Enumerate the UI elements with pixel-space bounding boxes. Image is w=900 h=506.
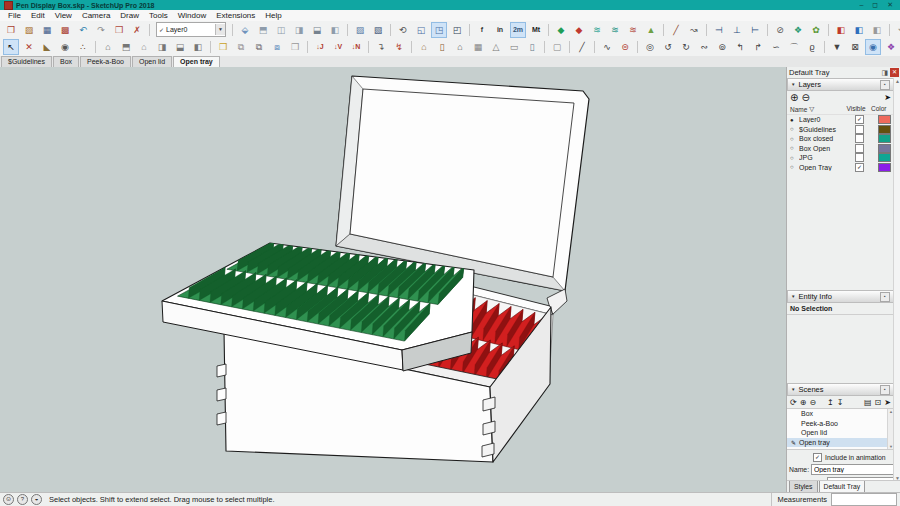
ext-import-stl-icon[interactable]: ◆ [553,22,569,38]
close-button[interactable]: ✕ [887,0,893,10]
drop-normal-icon[interactable]: ↓N [348,39,364,55]
view-front-house-icon[interactable]: ⌂ [136,39,152,55]
update-scene-icon[interactable]: ⟳ [790,398,797,407]
leaf-icon[interactable]: ✿ [808,22,824,38]
layer-row[interactable]: ○Open Tray✓ [787,163,894,173]
layer-details-button[interactable]: ➤ [884,93,891,102]
entity-info-section-header[interactable]: ▼ Entity Info ▪ [787,290,894,303]
no-entry-icon[interactable]: ⊘ [772,22,788,38]
layer-visible-checkbox[interactable]: ✓ [855,163,864,172]
ext-layers-h-icon[interactable]: ≋ [625,22,641,38]
paste-icon[interactable]: ❒ [111,22,127,38]
remove-scene-icon[interactable]: ⊖ [809,398,816,407]
menu-view[interactable]: View [50,11,77,20]
layer-color-swatch[interactable] [878,134,891,143]
scene-tab--guidelines[interactable]: $Guidelines [1,56,52,67]
erase-icon[interactable]: ✗ [129,22,145,38]
top-view-icon[interactable]: ⬒ [255,22,271,38]
redo-icon[interactable]: ↷ [93,22,109,38]
view-left-house-icon[interactable]: ◧ [190,39,206,55]
arc-ccw-icon[interactable]: ↺ [660,39,676,55]
hook-tool-icon[interactable]: ↴ [373,39,389,55]
show-thumbnails-icon[interactable]: ⊡ [875,398,882,407]
radio-icon[interactable]: ○ [790,155,799,161]
ext-layers-a-icon[interactable]: ≋ [589,22,605,38]
back-view-icon[interactable]: ⬓ [309,22,325,38]
wave-tool-icon[interactable]: ∽ [768,39,784,55]
layer-color-swatch[interactable] [878,125,891,134]
iso-view-icon[interactable]: ⬙ [237,22,253,38]
align-left-icon[interactable]: ⊣ [711,22,727,38]
scene-list-item[interactable]: Box [787,409,894,419]
view-right-house-icon[interactable]: ◨ [154,39,170,55]
layer-row[interactable]: ○$Guidelines [787,125,894,135]
home-icon[interactable]: ⌂ [452,39,468,55]
align-right-icon[interactable]: ⊢ [747,22,763,38]
spiral-2-icon[interactable]: ⊚ [714,39,730,55]
move-scene-up-icon[interactable]: ↥ [827,398,834,407]
ext-export-stl-icon[interactable]: ◆ [571,22,587,38]
revert-icon[interactable]: ⟲ [894,22,900,38]
new-icon[interactable]: ❐ [3,22,19,38]
scene-list-item[interactable]: Peek-a-Boo [787,419,894,429]
menu-file[interactable]: File [3,11,26,20]
scene-tab-peek-a-boo[interactable]: Peek-a-Boo [80,56,131,67]
chevron-down-icon[interactable]: ▼ [215,24,225,35]
model-canvas[interactable] [0,67,786,493]
ext-f-icon[interactable]: f [474,22,490,38]
scene-tab-open-tray[interactable]: Open tray [173,56,220,67]
look-around-icon[interactable]: ◉ [57,39,73,55]
filter-icon[interactable]: ▽ [809,105,814,113]
layer-visible-checkbox[interactable] [855,153,864,162]
lightning-hook-icon[interactable]: ↯ [391,39,407,55]
drop-vertex-icon[interactable]: ↓V [330,39,346,55]
panel-close-button[interactable]: ✕ [890,68,899,77]
language-globe-icon[interactable]: ◒ [31,494,42,505]
spiral-tool-icon[interactable]: ◎ [642,39,658,55]
entity-info-options-icon[interactable]: ▪ [880,292,890,302]
styles-grapes-icon[interactable]: ❖ [883,39,899,55]
paint-bucket-icon[interactable]: ◣ [39,39,55,55]
layers-options-icon[interactable]: ▪ [880,80,890,90]
maximize-button[interactable]: ◻ [872,0,878,10]
orbit-icon[interactable]: ⟲ [395,22,411,38]
layer-color-swatch[interactable] [878,163,891,172]
layer-dropdown[interactable]: ✓Layer0▼ [156,22,226,37]
scene-tab-box[interactable]: Box [53,56,79,67]
back-edges-mode-icon[interactable]: ▧ [370,22,386,38]
drawer-icon[interactable]: ▭ [506,39,522,55]
visibility-eye-icon[interactable]: ◉ [865,39,881,55]
layer-row[interactable]: ○JPG [787,153,894,163]
left-view-icon[interactable]: ◧ [327,22,343,38]
save-icon[interactable]: ▦ [39,22,55,38]
ext-2m-icon[interactable]: 2m [510,22,526,38]
scene-tab-open-lid[interactable]: Open lid [132,56,172,67]
pencil-tool-icon[interactable]: ╱ [668,22,684,38]
component-blue-icon[interactable]: ◧ [851,22,867,38]
grid-house-icon[interactable]: ▦ [470,39,486,55]
ext-mt-icon[interactable]: Mt [528,22,544,38]
scene-list-item[interactable]: Open lid [787,428,894,438]
layer-visible-checkbox[interactable] [855,125,864,134]
credits-help-icon[interactable]: ? [17,494,28,505]
house-add-icon[interactable]: ⌂ [416,39,432,55]
arc-segment-icon[interactable]: ⌒ [786,39,802,55]
panel-scrollbar[interactable]: ▲ ▼ [893,78,900,481]
page-blank-icon[interactable]: ▢ [549,39,565,55]
drop-jig-icon[interactable]: ↓J [312,39,328,55]
menu-help[interactable]: Help [260,11,286,20]
undo-icon[interactable]: ↶ [75,22,91,38]
component-drop-icon[interactable]: ⧈ [269,39,285,55]
zoom-window-icon[interactable]: ◱ [413,22,429,38]
radio-icon[interactable]: ○ [790,136,799,142]
arc-cw-icon[interactable]: ↻ [678,39,694,55]
layer-color-swatch[interactable] [878,115,891,124]
move-scene-down-icon[interactable]: ↧ [837,398,844,407]
front-view-icon[interactable]: ◫ [273,22,289,38]
save-as-icon[interactable]: ▩ [57,22,73,38]
radio-icon[interactable]: ○ [790,145,799,151]
component-red-icon[interactable]: ◧ [833,22,849,38]
layer-color-swatch[interactable] [878,153,891,162]
layer-row[interactable]: ●Layer0✓ [787,115,894,125]
add-layer-button[interactable]: ⊕ [790,92,798,103]
